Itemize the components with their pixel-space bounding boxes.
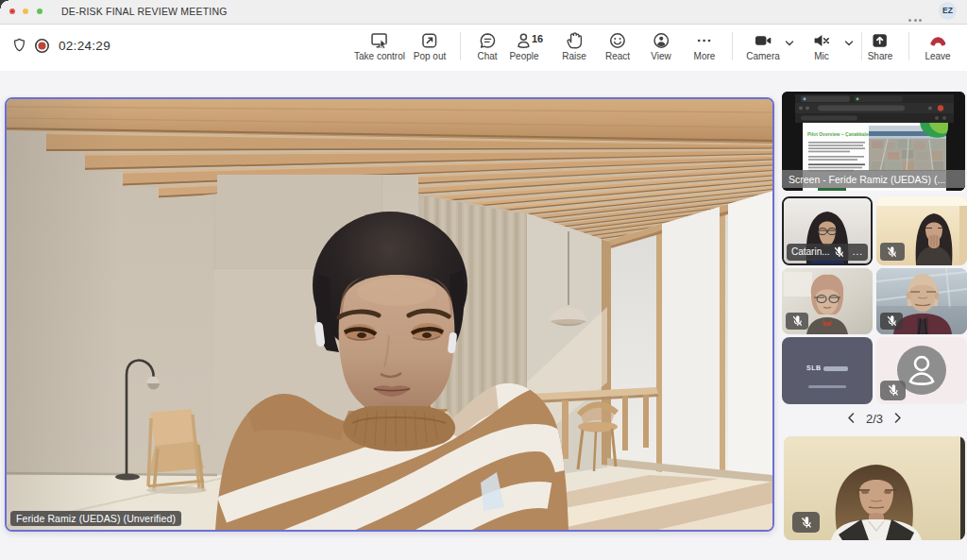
svg-text:Screen - Feride Ramiz (UEDAS): Screen - Feride Ramiz (UEDAS) (... xyxy=(789,174,945,185)
